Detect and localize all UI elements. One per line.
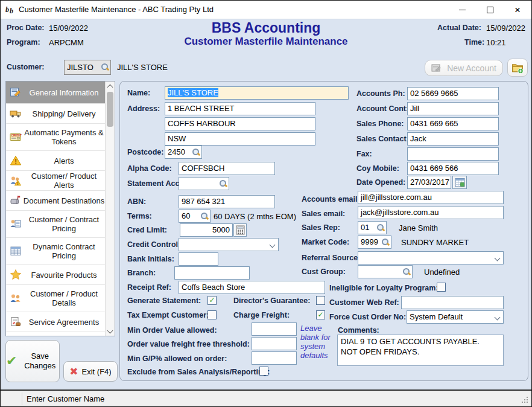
receipt-ref-field[interactable]: Coffs Beach Store [179,281,325,294]
scroll-up-button[interactable] [106,82,115,91]
terms-value: 60 [182,211,190,220]
status-divider [22,393,22,405]
address-line1-field[interactable]: 1 BEACH STREET [165,102,315,115]
cust-group-search-icon[interactable] [402,268,411,276]
name-field[interactable]: JILL'S STORE [165,86,349,100]
maximize-button[interactable] [476,1,504,19]
force-cust-order-label: Force Cust Order No: [329,313,406,322]
sidebar-item-document-destinations[interactable]: Document Destinations [6,191,106,211]
loyalty-ineligible-checkbox[interactable] [437,283,446,292]
new-account-label: New Account [447,63,496,73]
sidebar-item-customer-product-alerts[interactable]: ! Customer/ Product Alerts [6,171,106,191]
sales-contact-field[interactable]: Jack [407,132,499,146]
cust-group-field[interactable] [358,265,413,278]
postcode-field[interactable]: 2450 [165,146,202,159]
abn-field[interactable]: 987 654 321 [179,195,275,208]
sidebar-item-label: Service Agreements [23,316,106,328]
sales-rep-field[interactable]: 01 [358,221,387,234]
min-gp-label: Min G/P% allowed on order: [127,354,227,364]
market-code-search-icon[interactable] [381,238,390,246]
account-cont-field[interactable]: Jill [407,102,499,115]
sidebar-item-label: Alerts [23,155,106,167]
sidebar-item-custom-fields[interactable]: Custom Fields / Attributes [6,332,106,336]
bank-initials-field[interactable] [179,252,218,266]
exit-button[interactable]: ✖ Exit (F4) [63,361,118,382]
coy-mobile-label: Coy Mobile: [356,164,399,173]
sidebar-item-label: Document Destinations [23,195,106,207]
alpha-code-field[interactable]: COFFSBCH [179,162,275,175]
address-line3-field[interactable]: NSW [165,132,315,146]
sidebar-scrollbar[interactable] [105,82,115,336]
warning-icon: ! [8,155,23,167]
sidebar-item-shipping-delivery[interactable]: Shipping/ Delivery [6,104,106,124]
min-gp-field[interactable] [252,351,297,365]
resize-grip[interactable] [522,397,530,405]
coy-mobile-field[interactable]: 0431 669 566 [407,162,499,175]
person-document-icon [8,218,23,230]
window-title: Customer Masterfile Maintenance - ABC Tr… [19,5,214,14]
time-value: 10:21 [486,38,506,47]
customer-code-field[interactable]: JILSTO [64,60,111,75]
credit-control-select[interactable] [179,238,279,251]
sidebar-item-favourite-products[interactable]: Favourite Products [6,265,106,285]
postcode-search-icon[interactable] [192,148,200,156]
market-code-field[interactable]: 9999 [358,236,391,249]
freight-free-threshold-field[interactable] [252,337,297,350]
sidebar-item-automatic-payments[interactable]: CREDIT Automatic Payments & Tokens [6,124,106,151]
date-opened-field[interactable]: 27/03/2017 [407,176,451,189]
open-account-folder-button[interactable] [507,59,528,77]
referral-source-select[interactable] [358,251,504,264]
document-stamp-icon [8,316,23,328]
scroll-down-button[interactable] [106,327,115,336]
sales-rep-search-icon[interactable] [376,223,385,232]
sidebar-item-customer-contract-pricing[interactable]: Customer / Contract Pricing [6,211,106,238]
accounts-ph-field[interactable]: 02 5669 9665 [407,87,499,100]
customer-web-ref-field[interactable] [401,296,504,309]
fax-field[interactable] [407,147,499,161]
comments-textarea[interactable]: DIAL 9 TO GET ACCOUNTS PAYABLE. NOT OPEN… [337,335,504,366]
save-changes-button[interactable]: ✔ Save Changes [5,340,60,382]
date-opened-calendar-button[interactable] [452,176,467,189]
sidebar-item-service-agreements[interactable]: Service Agreements [6,312,106,332]
charge-freight-label: Charge Freight: [233,311,290,320]
scrollbar-thumb[interactable] [107,92,113,127]
sales-rep-label: Sales Rep: [302,223,340,232]
actual-date-label: Actual Date: [437,24,481,33]
sales-email-field[interactable]: jack@jillsstore.com.au [358,206,504,219]
sales-rep-description: Jane Smith [399,223,438,232]
sidebar-item-dynamic-contract-pricing[interactable]: Dynamic Contract Pricing [6,238,106,265]
minimize-button[interactable] [448,1,476,19]
cred-limit-calculator-button[interactable] [233,223,247,237]
sidebar-item-alerts[interactable]: ! Alerts [6,151,106,171]
charge-freight-checkbox[interactable] [316,310,325,319]
credit-control-label: Credit Control: [127,240,180,249]
customer-search-icon[interactable] [101,63,109,71]
customer-name-value: JILL'S STORE [117,63,168,72]
sidebar-item-customer-product-details[interactable]: Customer / Product Details [6,285,106,312]
address-line2-field[interactable]: COFFS HARBOUR [165,117,315,130]
close-button[interactable]: × [504,1,531,19]
new-account-button[interactable]: New Account [425,60,503,76]
statement-acc-field[interactable] [179,177,229,190]
exclude-sales-analysis-checkbox[interactable] [259,367,268,376]
statement-acc-search-icon[interactable] [219,179,227,188]
sales-phone-field[interactable]: 0431 669 665 [407,117,499,130]
terms-field[interactable]: 60 [179,210,211,223]
force-cust-order-select[interactable]: System Default [407,310,504,324]
terms-search-icon[interactable] [200,212,209,220]
directors-guarantee-checkbox[interactable] [316,296,325,305]
generate-statement-checkbox[interactable] [207,296,217,305]
loyalty-ineligible-label: Ineligible for Loyalty Program: [329,284,439,293]
calendar-icon [455,178,465,187]
exclude-sales-analysis-label: Exclude from Sales Analysis/Reporting: [127,368,270,377]
tax-exempt-checkbox[interactable] [207,310,217,319]
accounts-email-field[interactable]: jill@jillsstore.com.au [358,191,504,204]
cred-limit-field[interactable]: 5000 [180,223,233,237]
sidebar-item-general-information[interactable]: General Information [6,82,106,104]
mailbox-icon [8,194,23,207]
min-order-value-field[interactable] [252,322,297,336]
svg-text:b: b [5,5,9,14]
branch-field[interactable] [174,266,250,280]
minimize-icon [459,10,466,10]
system-defaults-note: Leave blank for system defaults [300,324,339,360]
